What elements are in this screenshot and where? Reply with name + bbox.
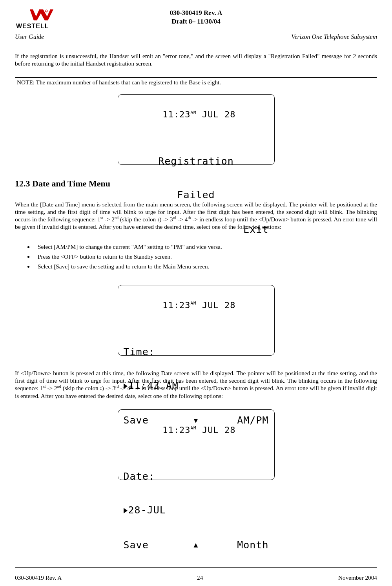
user-guide-label: User Guide [15, 33, 44, 41]
lcd1-line2: Failed [124, 190, 269, 201]
bullet-ampm: Select [AM/PM] to change the current "AM… [34, 243, 377, 250]
lcd3-line1: Date: [124, 471, 269, 482]
footer-page-number: 24 [197, 574, 203, 581]
lcd-screen-reg-failed: 11:23AM JUL 28 Registration Failed Exit [118, 94, 275, 165]
paragraph-date-time-intro: When the [Date and Time] menu is selecte… [15, 201, 377, 231]
logo: WESTELL R [15, 7, 58, 31]
lcd1-date: JUL 28 [202, 110, 235, 119]
lcd2-line1: Time: [124, 347, 269, 358]
draft-line: Draft 8– 11/30/04 [58, 17, 334, 26]
bullet-off: Press the <OFF> button to return to the … [34, 253, 377, 260]
footer-right: November 2004 [338, 574, 377, 581]
lcd2-time: 11:23 [162, 300, 190, 310]
bullet-save: Select [Save] to save the setting and to… [34, 263, 377, 270]
lcd2-ampm: AM [190, 301, 196, 306]
subsystem-label: Verizon One Telephone Subsystem [292, 33, 377, 41]
footer-left: 030-300419 Rev. A [15, 574, 62, 581]
footer-rule [15, 567, 377, 568]
svg-text:WESTELL: WESTELL [16, 23, 49, 29]
lcd2-date: JUL 28 [202, 300, 235, 310]
doc-id: 030-300419 Rev. A [58, 9, 334, 17]
lcd3-ampm: AM [190, 425, 196, 431]
lcd-screen-date: 11:23AM JUL 28 Date: 28-JUL Save ▲ Month [118, 409, 275, 480]
paragraph-reg-fail: If the registration is unsuccessful, the… [15, 52, 377, 67]
note-box: NOTE: The maximum number of handsets tha… [15, 77, 377, 87]
lcd3-date: JUL 28 [202, 425, 235, 435]
lcd1-time: 11:23 [162, 110, 190, 119]
lcd1-ampm: AM [190, 110, 196, 115]
paragraph-date-screen: If <Up/Down> button is pressed at this t… [15, 369, 377, 400]
svg-text:R: R [46, 11, 47, 13]
options-list: Select [AM/PM] to change the current "AM… [15, 241, 377, 272]
section-12-3-heading: 12.3 Date and Time Menu [15, 178, 377, 189]
lcd1-line1: Registration [124, 156, 269, 167]
lcd3-time: 11:23 [162, 425, 190, 435]
lcd-screen-time: 11:23AM JUL 28 Time: 11:43 AM Save ▼ AM/… [118, 285, 275, 356]
